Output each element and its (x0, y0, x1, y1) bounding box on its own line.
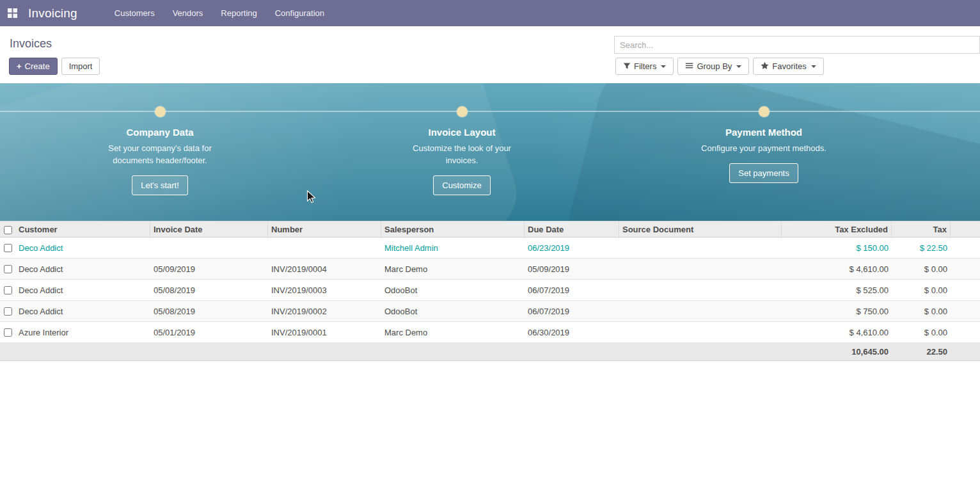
cell-due-date: 06/23/2019 (525, 243, 619, 253)
cell-tax: $ 0.00 (892, 307, 951, 316)
cell-tax: $ 0.00 (892, 264, 951, 274)
star-icon (761, 61, 769, 70)
column-header-filler (951, 221, 980, 238)
column-header-customer[interactable]: Customer (15, 221, 150, 238)
chevron-down-icon (736, 65, 741, 68)
step-dot-icon (759, 106, 770, 117)
cell-tax: $ 0.00 (892, 285, 951, 295)
favorites-button[interactable]: Favorites (753, 58, 823, 75)
cell-invoice-date: 05/08/2019 (150, 285, 268, 295)
cell-invoice-date: 05/09/2019 (150, 264, 268, 274)
filters-button[interactable]: Filters (615, 58, 674, 75)
table-row[interactable]: Azure Interior 05/01/2019 INV/2019/0001 … (0, 322, 980, 343)
onboarding-step-payment-method: Payment Method Configure your payment me… (681, 83, 847, 183)
total-tax-excluded: 10,645.00 (782, 347, 892, 357)
select-all-checkbox[interactable] (4, 226, 12, 234)
row-checkbox-cell (0, 307, 15, 316)
cell-tax-excluded: $ 750.00 (782, 307, 892, 316)
plus-icon (17, 61, 22, 71)
cell-number: INV/2019/0004 (268, 264, 381, 274)
select-all-checkbox-cell (0, 221, 15, 238)
cell-tax-excluded: $ 4,610.00 (782, 264, 892, 274)
column-header-salesperson[interactable]: Salesperson (381, 221, 525, 238)
cell-customer: Deco Addict (15, 264, 150, 274)
table-row[interactable]: Deco Addict 05/08/2019 INV/2019/0003 Odo… (0, 280, 980, 301)
apps-grid-icon (8, 8, 17, 18)
step-description: Set your company's data for documents he… (95, 142, 226, 166)
row-checkbox[interactable] (4, 307, 12, 316)
menu-item-reporting[interactable]: Reporting (212, 0, 265, 26)
cell-customer: Deco Addict (15, 307, 150, 316)
main-menu: Customers Vendors Reporting Configuratio… (106, 0, 333, 26)
step-description: Customize the look of your invoices. (403, 142, 521, 166)
column-header-tax[interactable]: Tax (892, 221, 951, 238)
onboarding-banner: Company Data Set your company's data for… (0, 83, 980, 221)
set-payments-button[interactable]: Set payments (729, 163, 798, 183)
cell-tax-excluded: $ 525.00 (782, 285, 892, 295)
cell-salesperson: Marc Demo (381, 328, 525, 337)
cell-number: INV/2019/0001 (268, 328, 381, 337)
onboarding-step-invoice-layout: Invoice Layout Customize the look of you… (379, 83, 545, 195)
cell-tax-excluded: $ 150.00 (782, 243, 892, 253)
top-navbar: Invoicing Customers Vendors Reporting Co… (0, 0, 980, 26)
cell-due-date: 06/30/2019 (525, 328, 619, 337)
step-description: Configure your payment methods. (687, 142, 841, 154)
apps-menu-button[interactable] (0, 0, 24, 26)
onboarding-step-company-data: Company Data Set your company's data for… (77, 83, 243, 195)
table-row[interactable]: Deco Addict Mitchell Admin 06/23/2019 $ … (0, 237, 980, 259)
cell-tax-excluded: $ 4,610.00 (782, 328, 892, 337)
table-row[interactable]: Deco Addict 05/08/2019 INV/2019/0002 Odo… (0, 301, 980, 322)
column-header-number[interactable]: Number (268, 221, 381, 238)
search-input[interactable] (614, 36, 980, 54)
cell-salesperson: OdooBot (381, 307, 525, 316)
create-button[interactable]: Create (9, 58, 58, 75)
table-footer-row: 10,645.00 22.50 (0, 343, 980, 361)
table-row[interactable]: Deco Addict 05/09/2019 INV/2019/0004 Mar… (0, 259, 980, 280)
row-checkbox[interactable] (4, 328, 12, 337)
row-checkbox[interactable] (4, 265, 12, 273)
lets-start-button[interactable]: Let's start! (132, 175, 188, 195)
control-panel: Invoices Create Import Filters Group By … (0, 26, 980, 83)
cell-due-date: 06/07/2019 (525, 285, 619, 295)
group-by-button[interactable]: Group By (677, 58, 749, 75)
step-title: Payment Method (681, 127, 847, 138)
cell-tax: $ 0.00 (892, 328, 951, 337)
step-dot-icon (457, 106, 468, 117)
column-header-tax-excluded[interactable]: Tax Excluded (782, 221, 892, 238)
cell-invoice-date: 05/08/2019 (150, 307, 268, 316)
column-header-source-document[interactable]: Source Document (619, 221, 782, 238)
menu-item-vendors[interactable]: Vendors (164, 0, 212, 26)
import-button[interactable]: Import (61, 58, 100, 75)
row-checkbox-cell (0, 244, 15, 252)
cell-due-date: 06/07/2019 (525, 307, 619, 316)
cell-salesperson: Mitchell Admin (381, 243, 525, 253)
menu-item-customers[interactable]: Customers (106, 0, 164, 26)
total-tax: 22.50 (892, 347, 951, 357)
customize-button[interactable]: Customize (433, 175, 490, 195)
app-name[interactable]: Invoicing (28, 6, 77, 20)
cell-customer: Azure Interior (15, 328, 150, 337)
cell-salesperson: Marc Demo (381, 264, 525, 274)
group-by-lines-icon (685, 61, 693, 70)
step-title: Invoice Layout (379, 127, 545, 138)
table-body: Deco Addict Mitchell Admin 06/23/2019 $ … (0, 237, 980, 343)
chevron-down-icon (811, 65, 816, 68)
cell-salesperson: OdooBot (381, 285, 525, 295)
row-checkbox[interactable] (4, 244, 12, 252)
row-checkbox[interactable] (4, 286, 12, 294)
cell-due-date: 05/09/2019 (525, 264, 619, 274)
column-header-due-date[interactable]: Due Date (525, 221, 619, 238)
table-header-row: Customer Invoice Date Number Salesperson… (0, 221, 980, 237)
step-title: Company Data (77, 127, 243, 138)
cell-number: INV/2019/0003 (268, 285, 381, 295)
cell-tax: $ 22.50 (892, 243, 951, 253)
page-title: Invoices (10, 37, 52, 51)
row-checkbox-cell (0, 328, 15, 337)
row-checkbox-cell (0, 286, 15, 294)
cell-customer: Deco Addict (15, 285, 150, 295)
cell-invoice-date: 05/01/2019 (150, 328, 268, 337)
invoices-table: Customer Invoice Date Number Salesperson… (0, 221, 980, 361)
cell-number: INV/2019/0002 (268, 307, 381, 316)
column-header-invoice-date[interactable]: Invoice Date (150, 221, 268, 238)
menu-item-configuration[interactable]: Configuration (266, 0, 333, 26)
